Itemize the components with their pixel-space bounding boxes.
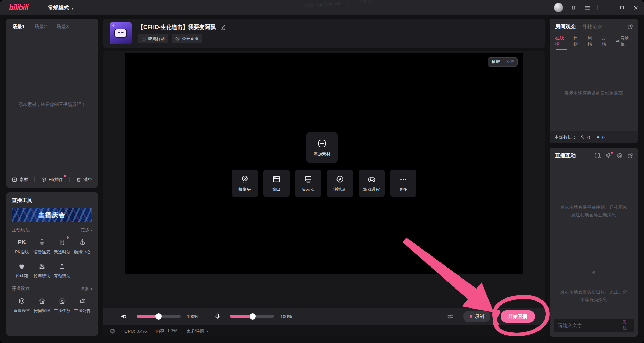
subtab-weekly-rank[interactable]: 周榜 [588, 35, 596, 50]
avatar[interactable] [554, 3, 563, 12]
cube-icon [41, 177, 47, 182]
svg-text:on: on [598, 156, 601, 159]
volume-slider-knob[interactable] [155, 313, 162, 320]
audience-panel: 房间观众 礼物流水 在线榜 日榜 周榜 月榜 ⇌ 贡献值 展示本场直播谁的贡献值… [550, 19, 638, 143]
tool-live-settings[interactable]: 直播设置 [12, 296, 32, 314]
tool-fan-club[interactable]: 粉丝团 [12, 262, 32, 279]
live-tools-panel: 直播工具 主播庆会 互动玩法 更多 PK PK连线 语音连麦 ? [6, 192, 98, 336]
send-button[interactable]: 发送 [620, 319, 630, 332]
gear-icon[interactable] [616, 152, 623, 159]
settings-section-title: 开播设置 [12, 285, 30, 292]
source-buttons-row: 摄像头 窗口 显示器 浏览器 游戏进程 [125, 170, 523, 197]
tool-interactive-play[interactable]: 互动玩法 [52, 262, 72, 279]
source-browser-button[interactable]: 浏览器 [327, 170, 353, 197]
bell-icon[interactable] [570, 4, 577, 11]
stage-panel: 横屏 竖屏 添加素材 摄像头 窗口 显示器 [103, 51, 545, 337]
interaction-panel: 直播互动 on 展示本场直播弹幕评论、送礼消息及送礼动画等互动消息 展示本场直播… [550, 148, 638, 337]
session-stats-label: 本场数据： [554, 134, 577, 140]
popout-icon[interactable] [627, 24, 633, 30]
sort-by-contribution[interactable]: ⇌ 贡献值 [616, 35, 632, 50]
tool-pk-link[interactable]: PK PK连线 [12, 238, 32, 255]
session-stats-bar: 本场数据： 0 ¥ 0 [550, 131, 638, 143]
h5-plugin-button[interactable]: H5插件 [41, 176, 63, 183]
start-live-button[interactable]: 开始直播 [501, 310, 535, 323]
mode-label: 常规模式 [48, 4, 69, 11]
voice-broadcast-icon[interactable] [605, 152, 612, 159]
app-window: bilibili 常规模式 (<зω・)★ BIIILIBILI ( ゜- ゜)… [0, 0, 644, 343]
settings-more-link[interactable]: 更多 [81, 286, 92, 292]
joystick-icon [58, 262, 66, 271]
source-game-button[interactable]: 游戏进程 [359, 170, 385, 197]
scene-tab-1[interactable]: 场景1 [12, 24, 25, 30]
landscape-option[interactable]: 横屏 [492, 59, 500, 65]
mode-selector[interactable]: 常规模式 [48, 4, 74, 11]
anchor-festival-banner[interactable]: 主播庆会 [12, 208, 92, 222]
add-material-button[interactable]: 素材 [12, 176, 28, 183]
scene-empty-hint: 添加素材，搭建你的直播场景吧！ [6, 101, 98, 108]
webcam-icon [240, 175, 249, 184]
tool-vote[interactable]: 投票玩法 [32, 262, 52, 279]
interactive-section-title: 互动玩法 [12, 227, 30, 233]
tab-room-viewers[interactable]: 房间观众 [555, 23, 576, 30]
clipboard-icon [58, 296, 66, 305]
edit-title-icon[interactable] [220, 24, 226, 31]
cpu-usage: CPU: 0.4% [124, 329, 147, 334]
mic-percent: 100% [280, 314, 292, 319]
subtab-online-rank[interactable]: 在线榜 [555, 35, 568, 50]
mic-slider[interactable] [230, 315, 274, 318]
game-category-icon [141, 36, 146, 41]
popout-icon[interactable] [627, 153, 633, 159]
clear-scene-button[interactable]: 清空 [76, 176, 92, 183]
source-display-button[interactable]: 显示器 [295, 170, 321, 197]
heart-icon [18, 262, 26, 271]
room-info-card: 【CFHD·生化追击】我要变阿飘 吃鸡行动 公开直播 [103, 19, 545, 48]
minimize-button[interactable] [605, 4, 612, 11]
memory-usage: 内存: 1.3% [155, 328, 177, 334]
danmaku-cat-toggle-icon[interactable]: on [594, 152, 601, 159]
panel-split-handle[interactable] [553, 272, 634, 272]
tool-voice-chat[interactable]: 语音连麦 [32, 238, 52, 255]
portrait-option[interactable]: 竖屏 [506, 59, 514, 65]
category-tag[interactable]: 吃鸡行动 [138, 34, 168, 43]
source-camera-button[interactable]: 摄像头 [232, 170, 258, 197]
anchor-icon [79, 238, 86, 247]
volume-percent: 100% [187, 314, 198, 319]
menu-icon[interactable] [584, 4, 591, 11]
subtab-monthly-rank[interactable]: 月榜 [602, 35, 611, 50]
house-icon [38, 296, 46, 305]
hex-gear-icon [18, 296, 26, 305]
interactive-more-link[interactable]: 更多 [81, 227, 92, 233]
maximize-button[interactable] [618, 4, 625, 11]
megaphone-icon [79, 296, 86, 305]
source-window-button[interactable]: 窗口 [263, 170, 290, 197]
tool-anchor-tasks[interactable]: 主播任务 [52, 296, 72, 314]
chat-input[interactable] [558, 323, 620, 328]
close-button[interactable] [632, 4, 639, 11]
mic-slider-knob[interactable] [250, 313, 256, 320]
record-button[interactable]: 录制 [463, 311, 490, 322]
room-cover-image[interactable] [110, 22, 132, 44]
volume-slider[interactable] [137, 315, 181, 318]
chevron-down-icon [91, 228, 92, 232]
source-more-button[interactable]: 更多 [390, 170, 416, 197]
tool-anchor-notice[interactable]: 主播公告 [72, 296, 93, 314]
plus-square-icon [12, 177, 17, 182]
visibility-tag[interactable]: 公开直播 [172, 34, 202, 43]
chevron-down-icon [71, 5, 74, 11]
subtab-daily-rank[interactable]: 日榜 [574, 35, 582, 50]
scene-tab-2[interactable]: 场景2 [34, 24, 47, 30]
mic-icon[interactable] [214, 313, 221, 320]
banner-text: 主播庆会 [38, 211, 66, 219]
more-details-link[interactable]: 更多详情 [186, 328, 208, 334]
tab-gift-flow[interactable]: 礼物流水 [583, 24, 602, 30]
scene-tab-3[interactable]: 场景3 [57, 24, 69, 30]
speaker-icon[interactable] [120, 313, 128, 320]
performance-icon [110, 328, 115, 334]
tool-lottery[interactable]: ? 天选时刻 [52, 238, 72, 255]
danmaku-empty-hint: 展示本场直播弹幕评论、送礼消息及送礼动画等互动消息 [550, 203, 638, 219]
audio-settings-icon[interactable] [447, 313, 454, 320]
notification-dot [67, 236, 69, 239]
tool-room-manage[interactable]: 房间管理 [32, 296, 52, 314]
tool-fleet-center[interactable]: 航海中心 [72, 238, 93, 255]
add-source-button[interactable]: 添加素材 [306, 132, 338, 163]
